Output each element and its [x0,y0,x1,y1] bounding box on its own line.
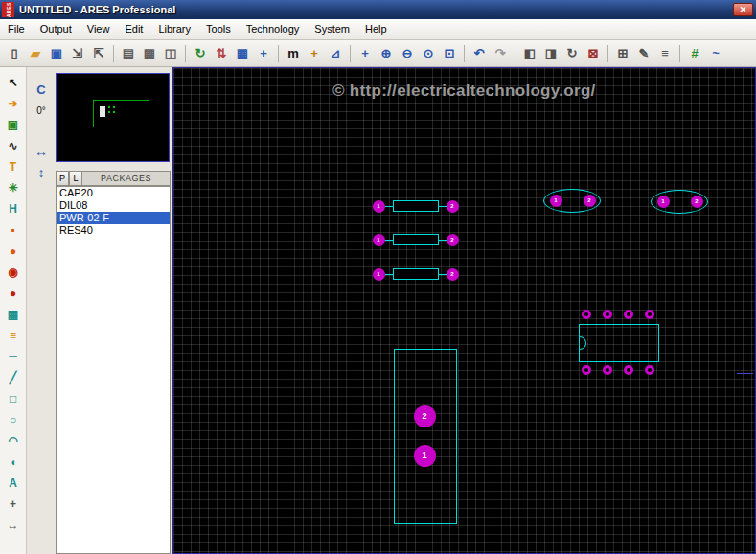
pick-packages-icon[interactable]: ⊞ [613,44,632,63]
resistor-pad[interactable]: 2 [447,234,459,246]
text-tool-icon[interactable]: T [4,157,23,176]
connector-body[interactable] [394,349,457,524]
export-region-icon[interactable]: ⇱ [89,44,108,63]
component-tool-icon[interactable]: ➔ [4,94,23,113]
new-file-icon[interactable]: ▯ [5,44,24,63]
connector-pad[interactable]: 1 [414,445,436,467]
undo-icon[interactable]: ↶ [470,44,489,63]
square-pad-icon[interactable]: ▪ [4,220,23,240]
zoom-in-icon[interactable]: ⊕ [377,44,396,63]
menu-output[interactable]: Output [33,19,80,39]
oval-pad[interactable]: 2 [691,196,703,208]
pan-icon[interactable]: + [355,44,375,63]
dil08-pad[interactable] [645,365,654,375]
smt-pad-icon[interactable]: ▦ [4,305,23,324]
block-delete-icon[interactable]: ⊠ [584,44,603,63]
pick-button[interactable]: P [56,171,69,186]
resistor-pad[interactable]: 1 [373,268,385,281]
2d-circle-icon[interactable]: ○ [4,410,23,429]
block-rotate-icon[interactable]: ↻ [562,44,582,63]
selection-tool-icon[interactable]: ↖ [4,73,23,92]
export-graphics-icon[interactable]: ◫ [161,44,180,63]
dil08-pad[interactable] [582,310,591,319]
package-list-item[interactable]: RES40 [57,224,170,237]
padstack-icon[interactable]: ≡ [4,326,23,345]
menu-file[interactable]: File [0,19,33,39]
dil08-pad[interactable] [645,310,654,319]
menu-library[interactable]: Library [150,19,198,39]
overview-window[interactable] [56,73,170,162]
zoom-out-icon[interactable]: ⊖ [398,44,417,63]
dil08-pad[interactable] [603,310,612,319]
flip-view-icon[interactable]: ⇅ [212,44,231,63]
grid-toggle-icon[interactable]: ▦ [233,44,252,63]
2d-line-icon[interactable]: ╱ [4,368,23,387]
canvas[interactable]: © http://electricaltechnology.org/ 12121… [172,67,756,554]
menu-view[interactable]: View [80,19,118,39]
round-pad-icon[interactable]: ● [4,242,23,261]
metric-toggle-icon[interactable]: m [284,44,303,63]
dimension-icon[interactable]: ↔ [4,516,23,535]
save-icon[interactable]: ▣ [47,44,66,63]
oval-pad[interactable]: 1 [550,195,562,207]
zoom-area-icon[interactable]: ⊡ [440,44,459,63]
ratsnest-icon[interactable]: # [685,44,704,63]
connector-pad[interactable]: 2 [414,405,436,427]
menu-system[interactable]: System [307,19,357,39]
menu-technology[interactable]: Technology [239,19,308,39]
protractor-icon[interactable]: ⊿ [326,44,345,63]
resistor-body[interactable] [393,200,439,212]
2d-box-icon[interactable]: □ [4,389,23,408]
rotate-anticlockwise-button[interactable]: C [27,82,56,97]
redraw-icon[interactable]: ↻ [191,44,210,63]
dil08-body[interactable] [579,324,659,362]
x-cursor-icon[interactable]: + [305,44,324,63]
2d-text-icon[interactable]: A [4,473,23,493]
zoom-all-icon[interactable]: ⊙ [419,44,438,63]
menu-help[interactable]: Help [357,19,395,39]
redo-icon[interactable]: ↷ [491,44,510,63]
oval-pad[interactable]: 1 [657,196,670,208]
track-tool-icon[interactable]: ∿ [4,136,23,155]
block-copy-icon[interactable]: ◧ [520,44,539,63]
make-package-icon[interactable]: ✎ [634,44,653,63]
pin-tool-icon[interactable]: H [4,199,23,219]
package-list-item[interactable]: PWR-02-F [57,212,170,224]
marker-icon[interactable]: + [4,495,23,514]
block-move-icon[interactable]: ◨ [541,44,561,63]
layer-selector-icon[interactable]: ≡ [655,44,675,63]
dil08-pad[interactable] [624,365,633,375]
menu-edit[interactable]: Edit [117,19,150,39]
import-region-icon[interactable]: ⇲ [68,44,87,63]
library-button[interactable]: L [69,171,82,186]
2d-arc-icon[interactable]: ◠ [4,431,23,450]
close-button[interactable]: ✕ [733,3,753,16]
ratsnest-tool-icon[interactable]: ✳ [4,178,23,197]
dil-pad-icon[interactable]: ◉ [4,263,23,282]
mirror-horizontal-button[interactable]: ↔ [27,144,56,159]
resistor-pad[interactable]: 1 [373,200,385,213]
print-icon[interactable]: ▤ [119,44,138,63]
edge-pad-icon[interactable]: ● [4,284,23,303]
trace-style-icon[interactable]: ═ [4,347,23,366]
resistor-pad[interactable]: 1 [373,234,385,246]
package-list-item[interactable]: CAP20 [57,187,170,199]
menu-tools[interactable]: Tools [198,19,239,39]
2d-path-icon[interactable]: ◖ [4,452,23,472]
package-list[interactable]: CAP20DIL08PWR-02-FRES40 [56,186,171,554]
dil08-pad[interactable] [624,310,633,319]
resistor-pad[interactable]: 2 [447,200,459,213]
dil08-pad[interactable] [582,365,591,375]
mirror-vertical-button[interactable]: ↕ [27,165,56,180]
mark-output-area-icon[interactable]: ▦ [140,44,159,63]
dil08-pad[interactable] [603,365,612,375]
auto-router-icon[interactable]: ~ [706,44,725,63]
false-origin-icon[interactable]: + [254,44,273,63]
resistor-body[interactable] [393,268,439,280]
oval-pad[interactable]: 2 [584,195,596,207]
package-tool-icon[interactable]: ▣ [4,115,23,134]
open-folder-icon[interactable]: ▰ [26,44,45,63]
resistor-body[interactable] [393,234,439,245]
resistor-pad[interactable]: 2 [447,268,459,281]
package-list-item[interactable]: DIL08 [57,199,170,212]
